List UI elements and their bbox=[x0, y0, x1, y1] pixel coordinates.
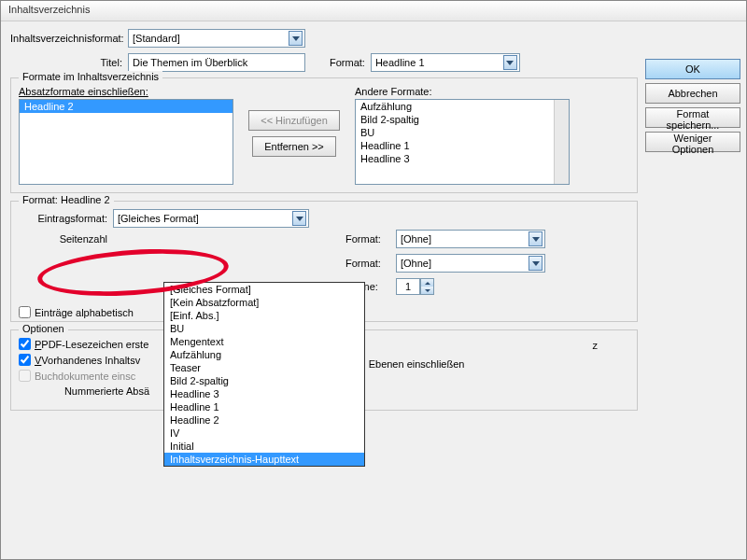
chevron-down-icon bbox=[503, 55, 517, 70]
list-item[interactable]: Aufzählung bbox=[356, 100, 554, 113]
dropdown-option[interactable]: Headline 2 bbox=[164, 413, 364, 427]
entry-format-label: Eintragsformat: bbox=[19, 213, 107, 224]
side-button-column: OK Abbrechen Format speichern... Weniger… bbox=[645, 59, 740, 152]
entry-format-value: [Gleiches Format] bbox=[118, 213, 199, 224]
level-input[interactable] bbox=[396, 278, 420, 295]
fewer-options-button[interactable]: Weniger Optionen bbox=[645, 132, 740, 152]
dropdown-option[interactable]: Headline 3 bbox=[164, 387, 364, 400]
dropdown-option[interactable]: [Kein Absatzformat] bbox=[164, 296, 364, 309]
list-item[interactable]: BU bbox=[356, 126, 554, 139]
book-docs-checkbox bbox=[19, 370, 31, 382]
formats-legend: Formate im Inhaltsverzeichnis bbox=[19, 71, 162, 82]
chevron-down-icon bbox=[529, 231, 543, 246]
dropdown-option[interactable]: IV bbox=[164, 427, 364, 440]
add-button: << Hinzufügen bbox=[248, 110, 340, 131]
toc-format-label: Inhaltsverzeichnisformat: bbox=[10, 33, 122, 44]
list-item[interactable]: Headline 1 bbox=[356, 139, 554, 152]
other-formats-list[interactable]: Aufzählung Bild 2-spaltig BU Headline 1 … bbox=[355, 99, 570, 185]
entry-format-dropdown-list[interactable]: [Gleiches Format][Kein Absatzformat][Ein… bbox=[163, 282, 365, 467]
entry-side-format-label: Format: bbox=[345, 233, 390, 245]
dropdown-option[interactable]: Teaser bbox=[164, 361, 364, 374]
dropdown-option[interactable]: Mengentext bbox=[164, 335, 364, 348]
title-format-label: Format: bbox=[330, 57, 365, 68]
entry-format-select[interactable]: [Gleiches Format] bbox=[113, 209, 309, 228]
remove-button[interactable]: Entfernen >> bbox=[252, 136, 336, 157]
title-label: Titel: bbox=[10, 57, 122, 68]
other-formats-label: Andere Formate: bbox=[355, 86, 570, 97]
list-item[interactable]: Headline 2 bbox=[20, 100, 233, 113]
title-bar[interactable]: Inhaltsverzeichnis bbox=[1, 1, 746, 21]
list-item[interactable]: Headline 3 bbox=[356, 152, 554, 165]
level-stepper[interactable] bbox=[396, 278, 434, 295]
dropdown-option[interactable]: Headline 1 bbox=[164, 400, 364, 413]
scrollbar[interactable] bbox=[554, 100, 569, 184]
entry-side-format-select2[interactable]: [Ohne] bbox=[396, 254, 545, 273]
dropdown-option[interactable]: Inhaltsverzeichnis-Haupttext bbox=[164, 453, 364, 466]
dialog-window: Inhaltsverzeichnis OK Abbrechen Format s… bbox=[0, 0, 747, 560]
toc-format-value: [Standard] bbox=[133, 33, 180, 44]
alpha-sort-label: Einträge alphabetisch bbox=[35, 307, 134, 318]
title-format-select[interactable]: Headline 1 bbox=[371, 53, 520, 72]
include-formats-label: Absatzformate einschließen: bbox=[19, 86, 233, 97]
numbered-para-label: Nummerierte Absä bbox=[19, 385, 149, 397]
include-formats-list[interactable]: Headline 2 bbox=[19, 99, 233, 185]
dropdown-option[interactable]: Bild 2-spaltig bbox=[164, 374, 364, 387]
entry-legend: Format: Headline 2 bbox=[19, 194, 114, 205]
entry-side-format-select1[interactable]: [Ohne] bbox=[396, 230, 545, 248]
ok-button[interactable]: OK bbox=[645, 59, 740, 79]
page-number-label: Seitenzahl bbox=[19, 233, 107, 245]
dropdown-option[interactable]: [Gleiches Format] bbox=[164, 283, 364, 296]
replace-toc-label: VVorhandenes Inhaltsv bbox=[35, 355, 140, 366]
dropdown-option[interactable]: Initial bbox=[164, 440, 364, 453]
list-item[interactable]: Bild 2-spaltig bbox=[356, 113, 554, 126]
dropdown-option[interactable]: [Einf. Abs.] bbox=[164, 309, 364, 322]
chevron-down-icon bbox=[289, 31, 303, 46]
pdf-bookmarks-label: PPDF-Lesezeichen erste bbox=[35, 339, 148, 350]
step-up[interactable] bbox=[421, 279, 433, 287]
dropdown-option[interactable]: BU bbox=[164, 322, 364, 335]
toc-format-select[interactable]: [Standard] bbox=[128, 29, 305, 48]
alpha-sort-checkbox[interactable] bbox=[19, 306, 31, 318]
entry-side-format-label2: Format: bbox=[345, 258, 390, 269]
dropdown-option[interactable]: Aufzählung bbox=[164, 348, 364, 361]
step-down[interactable] bbox=[421, 287, 433, 294]
chevron-down-icon bbox=[529, 256, 543, 271]
book-docs-label: Buchdokumente einsc bbox=[35, 371, 135, 382]
pdf-bookmarks-checkbox[interactable] bbox=[19, 338, 31, 350]
options-legend: Optionen bbox=[19, 323, 68, 334]
title-input[interactable] bbox=[128, 53, 305, 72]
window-title: Inhaltsverzeichnis bbox=[8, 4, 90, 15]
include-levels-label: bl. Ebenen einschließen bbox=[355, 358, 598, 370]
replace-toc-checkbox[interactable] bbox=[19, 354, 31, 366]
title-format-value: Headline 1 bbox=[375, 57, 425, 68]
formats-fieldset: Formate im Inhaltsverzeichnis Absatzform… bbox=[10, 77, 638, 193]
cancel-button[interactable]: Abbrechen bbox=[645, 83, 740, 104]
save-format-button[interactable]: Format speichern... bbox=[645, 107, 740, 128]
chevron-down-icon bbox=[292, 211, 306, 226]
